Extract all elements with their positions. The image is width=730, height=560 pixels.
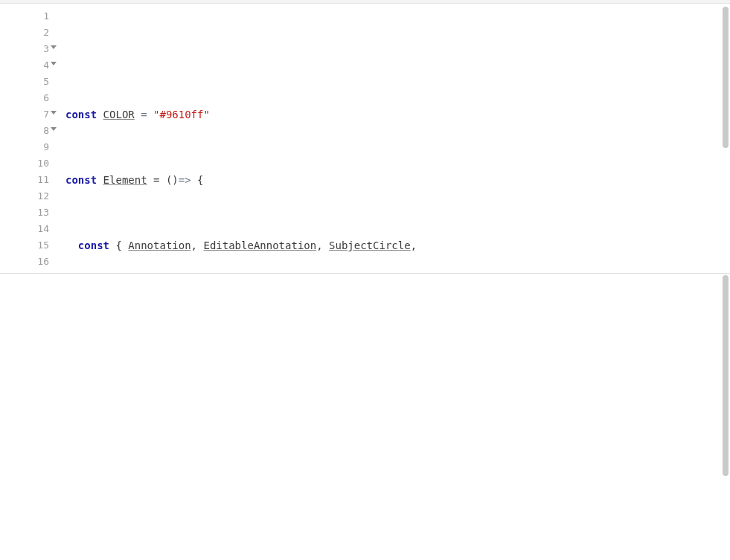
line-number: 16	[0, 254, 49, 270]
code-editor-pane[interactable]: S 1 2 3 4 5 6 7 8 9 10 11 12 13 14 15 16…	[0, 4, 730, 274]
line-number: 5	[0, 74, 49, 90]
panes-container: S 1 2 3 4 5 6 7 8 9 10 11 12 13 14 15 16…	[0, 4, 730, 560]
code-line[interactable]	[65, 41, 721, 57]
line-number: 1	[0, 8, 49, 25]
fold-marker-icon[interactable]	[51, 111, 57, 115]
fold-marker-icon[interactable]	[51, 62, 57, 65]
output-vertical-scrollbar[interactable]	[723, 275, 729, 558]
fold-marker-icon[interactable]	[51, 127, 57, 131]
code-line[interactable]: const { Annotation, EditableAnnotation, …	[65, 237, 721, 254]
line-number-gutter: 1 2 3 4 5 6 7 8 9 10 11 12 13 14 15 16	[0, 4, 58, 273]
output-preview-pane[interactable]	[0, 274, 730, 560]
line-number: 11	[0, 172, 49, 188]
line-number: 15	[0, 237, 49, 254]
code-line[interactable]: const COLOR = "#9610ff"	[65, 106, 721, 123]
line-number: 8	[0, 123, 49, 139]
line-number: 10	[0, 155, 49, 172]
line-number: 2	[0, 25, 49, 41]
line-number: 3	[0, 41, 49, 57]
line-number: 6	[0, 90, 49, 106]
line-number: 12	[0, 188, 49, 205]
code-text-area[interactable]: const COLOR = "#9610ff" const Element = …	[65, 4, 721, 273]
line-number: 9	[0, 139, 49, 155]
scrollbar-thumb[interactable]	[723, 7, 729, 148]
code-line[interactable]: const Element = ()=> {	[65, 172, 721, 188]
line-number: 13	[0, 205, 49, 221]
scrollbar-thumb[interactable]	[723, 275, 729, 476]
editor-vertical-scrollbar[interactable]	[723, 7, 729, 267]
line-number: 4	[0, 57, 49, 74]
fold-marker-icon[interactable]	[51, 45, 57, 49]
line-number: 14	[0, 221, 49, 237]
line-number: 7	[0, 106, 49, 123]
